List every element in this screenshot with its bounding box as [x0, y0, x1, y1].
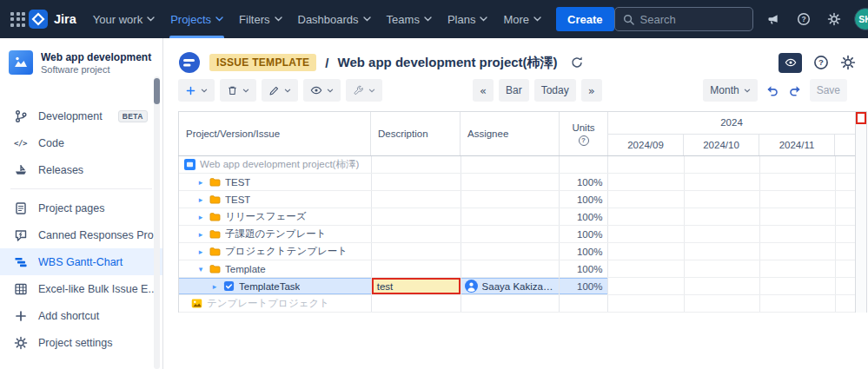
nav-item-plans[interactable]: Plans [440, 0, 496, 38]
assignee-cell[interactable] [461, 295, 560, 312]
search-input[interactable]: Search [614, 7, 753, 31]
sidebar-scrollbar-thumb[interactable] [154, 78, 160, 104]
description-cell[interactable] [372, 191, 461, 208]
app-switcher-button[interactable] [10, 6, 25, 32]
chevron-down-icon [480, 16, 487, 22]
assignee-cell[interactable] [461, 191, 560, 208]
units-cell[interactable]: 100% [560, 226, 608, 242]
expand-toggle[interactable]: ▸ [196, 178, 205, 187]
user-avatar[interactable]: SK [854, 8, 868, 30]
create-button[interactable]: Create [556, 7, 613, 31]
sidebar-scrollbar[interactable] [154, 76, 160, 369]
collapse-toggle[interactable]: ▾ [196, 265, 205, 273]
gantt-help-button[interactable]: ? [813, 55, 829, 70]
expand-toggle[interactable]: ▸ [196, 247, 205, 256]
expand-toggle[interactable]: ▸ [196, 230, 205, 239]
description-cell[interactable] [372, 156, 461, 173]
description-cell[interactable] [372, 243, 461, 260]
column-header-project[interactable]: Project/Version/Issue [178, 112, 371, 155]
table-row-selected[interactable]: ▸ TemplateTask test Saaya Kakizawa 100% [179, 278, 855, 295]
units-cell[interactable]: 100% [560, 208, 608, 225]
chevron-down-icon [368, 89, 375, 93]
nav-item-your-work[interactable]: Your work [85, 0, 162, 38]
watch-button[interactable] [779, 53, 802, 73]
gantt-settings-button[interactable] [840, 55, 856, 70]
table-row[interactable]: ▸ リリースフェーズ 100% [179, 208, 855, 226]
sidebar-item-code[interactable]: </> Code [0, 129, 162, 156]
expand-toggle[interactable]: ▸ [210, 282, 219, 291]
units-help-icon[interactable]: ? [579, 135, 589, 146]
description-cell[interactable] [372, 226, 461, 242]
nav-item-filters[interactable]: Filters [231, 0, 289, 38]
today-button[interactable]: Today [534, 79, 576, 102]
zoom-level-select[interactable]: Month [703, 79, 757, 102]
scroll-left-button[interactable]: « [473, 79, 494, 102]
sidebar-item-excel-bulk-edit[interactable]: Excel-like Bulk Issue E... [0, 275, 162, 302]
table-row[interactable]: Web app development project(柿澤) [179, 156, 855, 174]
jira-logo[interactable]: Jira [25, 10, 85, 29]
nav-item-projects[interactable]: Projects [162, 0, 231, 38]
units-cell[interactable]: 100% [560, 278, 608, 294]
description-cell[interactable] [372, 295, 461, 312]
units-cell[interactable] [560, 295, 608, 312]
svg-text:?: ? [801, 15, 805, 23]
settings-button[interactable] [824, 9, 845, 30]
table-row[interactable]: ▸ 子課題のテンプレート 100% [179, 226, 855, 243]
units-cell[interactable]: 100% [560, 260, 608, 277]
units-cell[interactable]: 100% [560, 174, 608, 190]
column-header-assignee[interactable]: Assignee [461, 112, 560, 155]
nav-item-dashboards[interactable]: Dashboards [290, 0, 379, 38]
help-icon: ? [813, 55, 829, 70]
assignee-cell[interactable] [461, 260, 560, 277]
sidebar-item-releases[interactable]: Releases [0, 156, 162, 183]
assignee-cell[interactable] [461, 156, 560, 173]
nav-item-more[interactable]: More [495, 0, 549, 38]
redo-button[interactable] [786, 82, 805, 100]
sidebar-item-canned-responses[interactable]: Canned Responses Pro [0, 221, 162, 248]
assignee-cell[interactable] [461, 208, 560, 225]
expand-toggle[interactable]: ▸ [196, 195, 205, 204]
delete-button[interactable] [220, 79, 256, 102]
chevron-down-icon [533, 16, 541, 22]
sidebar-item-wbs-gantt-chart[interactable]: WBS Gantt-Chart [0, 248, 162, 275]
scroll-right-button[interactable]: » [581, 79, 602, 102]
units-cell[interactable]: 100% [560, 191, 608, 208]
table-row[interactable]: ▸ TEST 100% [179, 191, 855, 208]
tools-button[interactable] [346, 79, 382, 102]
sidebar-item-development[interactable]: Development BETA [0, 102, 162, 129]
assignee-cell[interactable] [461, 174, 560, 190]
assignee-cell[interactable]: Saaya Kakizawa [461, 278, 560, 294]
refresh-button[interactable] [570, 56, 584, 69]
description-cell[interactable] [372, 260, 461, 277]
sidebar-item-project-pages[interactable]: Project pages [0, 194, 162, 221]
gantt-vertical-scrollbar[interactable] [855, 111, 867, 313]
announcements-button[interactable] [763, 9, 784, 30]
visibility-button[interactable] [303, 79, 341, 102]
undo-button[interactable] [763, 82, 781, 100]
assignee-cell[interactable] [461, 243, 560, 260]
sidebar-item-add-shortcut[interactable]: Add shortcut [0, 302, 162, 329]
expand-toggle[interactable]: ▸ [196, 213, 205, 221]
description-cell[interactable] [372, 174, 461, 190]
help-button[interactable]: ? [793, 9, 814, 30]
table-row[interactable]: ▾ Template 100% [179, 260, 855, 278]
description-edit-cell[interactable]: test [372, 278, 461, 294]
units-cell[interactable]: 100% [560, 243, 608, 260]
units-cell[interactable] [560, 156, 608, 173]
table-row[interactable]: ▸ プロジェクトテンプレート 100% [179, 243, 855, 260]
add-issue-button[interactable] [178, 79, 215, 102]
beta-badge: BETA [118, 110, 148, 122]
table-row[interactable]: テンプレートプロジェクト [179, 295, 855, 313]
nav-item-teams[interactable]: Teams [379, 0, 440, 38]
assignee-cell[interactable] [461, 226, 560, 242]
bar-mode-button[interactable]: Bar [499, 79, 529, 102]
column-header-units[interactable]: Units ? [560, 112, 608, 155]
table-row[interactable]: ▸ TEST 100% [179, 174, 855, 191]
description-cell[interactable] [372, 208, 461, 225]
project-header[interactable]: Web app development ... Software project [0, 49, 162, 83]
save-button[interactable]: Save [810, 79, 847, 102]
sidebar-item-project-settings[interactable]: Project settings [0, 329, 162, 356]
chevron-down-icon [242, 89, 249, 93]
column-header-description[interactable]: Description [371, 112, 461, 155]
edit-button[interactable] [262, 79, 298, 102]
